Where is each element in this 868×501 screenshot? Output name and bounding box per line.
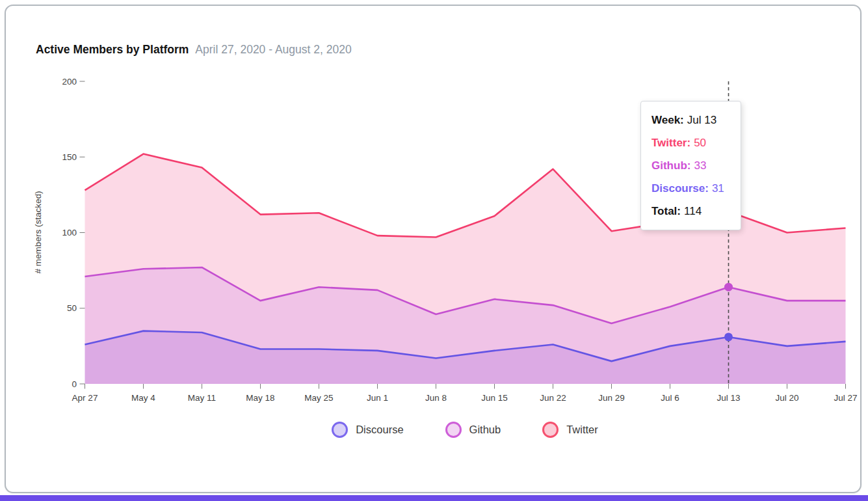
x-tick-label: Jun 29 — [598, 393, 625, 403]
hover-dot-github — [724, 283, 733, 291]
hover-dot-discourse — [724, 332, 733, 341]
y-tick-label: 150 — [62, 152, 77, 162]
x-tick-label: May 18 — [246, 393, 274, 403]
legend-swatch-icon — [332, 422, 348, 438]
chart-header: Active Members by Platform April 27, 202… — [36, 43, 352, 57]
tooltip-row-discourse: Discourse:31 — [651, 177, 730, 200]
tooltip-label: Total: — [651, 205, 681, 217]
x-tick-label: Jun 15 — [481, 393, 508, 403]
tooltip-label: Twitter: — [651, 137, 690, 149]
legend-label: Discourse — [356, 424, 403, 436]
legend-item-discourse[interactable]: Discourse — [332, 422, 403, 438]
tooltip-row-github: Github:33 — [651, 154, 730, 177]
tooltip-label: Discourse: — [651, 182, 709, 195]
x-tick-label: Jun 8 — [425, 393, 447, 403]
x-tick-label: May 11 — [188, 393, 216, 403]
legend-label: Twitter — [566, 424, 598, 436]
y-axis-label: # members (stacked) — [33, 191, 43, 274]
x-tick-label: Jun 1 — [367, 393, 388, 403]
tooltip-row-week: Week:Jul 13 — [651, 109, 730, 131]
chart-tooltip: Week:Jul 13Twitter:50Github:33Discourse:… — [640, 101, 741, 230]
x-tick-label: Jun 22 — [540, 393, 566, 403]
page-title: Active Members by Platform — [36, 43, 189, 57]
tooltip-label: Week: — [651, 114, 684, 126]
tooltip-label: Github: — [651, 159, 690, 172]
tooltip-value: 114 — [684, 205, 702, 217]
legend-item-twitter[interactable]: Twitter — [542, 422, 598, 438]
x-tick-label: Jul 20 — [775, 393, 798, 403]
x-tick-label: May 25 — [304, 393, 333, 403]
legend-label: Github — [469, 424, 501, 436]
x-tick-label: Jul 6 — [661, 393, 679, 403]
tooltip-value: 31 — [712, 182, 724, 195]
tooltip-value: 50 — [694, 137, 706, 149]
x-tick-label: Jul 13 — [717, 393, 740, 403]
chart-legend: DiscourseGithubTwitter — [85, 422, 845, 438]
x-tick-label: Jul 27 — [834, 393, 857, 403]
legend-swatch-icon — [542, 422, 559, 438]
tooltip-row-total: Total:114 — [651, 200, 730, 223]
tooltip-row-twitter: Twitter:50 — [651, 131, 730, 154]
legend-swatch-icon — [445, 422, 462, 438]
x-tick-label: Apr 27 — [72, 393, 98, 403]
date-range: April 27, 2020 - August 2, 2020 — [195, 43, 351, 57]
y-tick-label: 50 — [67, 303, 77, 313]
y-tick-label: 200 — [62, 77, 77, 87]
y-tick-label: 0 — [72, 379, 77, 389]
y-tick-label: 100 — [62, 228, 77, 237]
tooltip-value: Jul 13 — [687, 114, 717, 126]
legend-item-github[interactable]: Github — [445, 422, 501, 438]
tooltip-value: 33 — [694, 159, 706, 172]
x-tick-label: May 4 — [131, 393, 155, 403]
